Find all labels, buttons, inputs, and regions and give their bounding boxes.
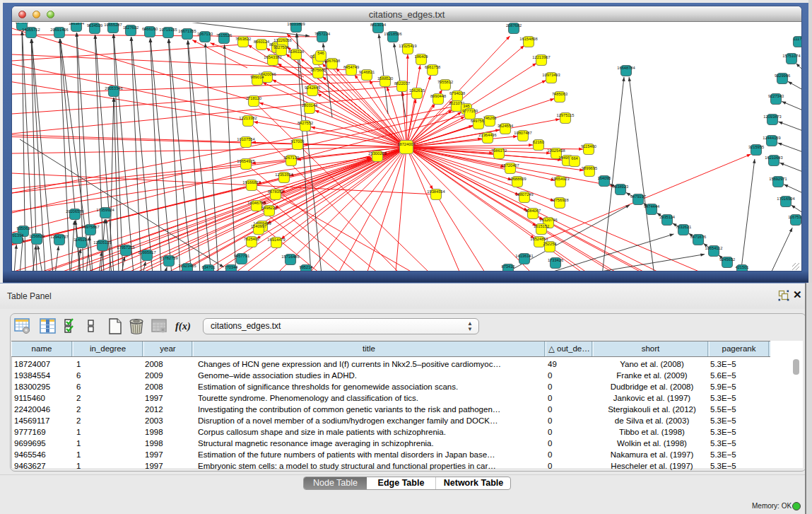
svg-text:16120746: 16120746 bbox=[539, 218, 557, 222]
svg-text:16524851: 16524851 bbox=[530, 237, 548, 241]
svg-text:1167537: 1167537 bbox=[788, 215, 801, 219]
svg-text:7625402: 7625402 bbox=[244, 237, 259, 241]
svg-text:12353594: 12353594 bbox=[275, 173, 293, 177]
svg-text:11170: 11170 bbox=[794, 37, 801, 41]
svg-text:345: 345 bbox=[463, 104, 470, 108]
svg-text:25300203: 25300203 bbox=[368, 151, 386, 156]
svg-text:746266: 746266 bbox=[483, 116, 497, 120]
svg-text:10719155: 10719155 bbox=[159, 28, 177, 32]
svg-text:8454749: 8454749 bbox=[343, 65, 359, 69]
svg-text:391394: 391394 bbox=[12, 233, 23, 238]
svg-text:20691406: 20691406 bbox=[50, 28, 68, 32]
svg-text:9084067: 9084067 bbox=[525, 209, 541, 213]
svg-text:17359924: 17359924 bbox=[96, 208, 114, 212]
svg-text:9634509: 9634509 bbox=[87, 23, 102, 28]
svg-text:18724007: 18724007 bbox=[397, 142, 415, 146]
svg-text:16210643: 16210643 bbox=[765, 156, 782, 160]
svg-text:8938923: 8938923 bbox=[613, 185, 628, 189]
svg-text:2935114: 2935114 bbox=[659, 215, 675, 219]
svg-text:1588520: 1588520 bbox=[377, 76, 393, 81]
svg-text:16543382: 16543382 bbox=[264, 55, 281, 59]
svg-text:21364436: 21364436 bbox=[478, 133, 496, 137]
svg-text:2718120: 2718120 bbox=[246, 96, 261, 100]
svg-text:2367608: 2367608 bbox=[324, 59, 340, 63]
svg-text:9245652: 9245652 bbox=[719, 257, 735, 262]
svg-text:1863874: 1863874 bbox=[69, 23, 84, 25]
svg-text:6794028: 6794028 bbox=[449, 91, 465, 95]
svg-text:19654923: 19654923 bbox=[551, 177, 569, 181]
svg-text:917006: 917006 bbox=[291, 139, 305, 144]
svg-text:104394: 104394 bbox=[16, 23, 29, 24]
svg-text:3624554: 3624554 bbox=[498, 124, 513, 128]
svg-text:12923465: 12923465 bbox=[178, 264, 196, 268]
svg-text:9329966: 9329966 bbox=[775, 74, 790, 78]
svg-text:7857224: 7857224 bbox=[314, 32, 330, 36]
svg-text:15751074: 15751074 bbox=[782, 54, 800, 58]
svg-text:17016504: 17016504 bbox=[777, 197, 794, 201]
svg-text:1615152: 1615152 bbox=[534, 224, 549, 228]
svg-text:995214: 995214 bbox=[300, 265, 313, 269]
svg-text:12213967: 12213967 bbox=[532, 55, 550, 59]
svg-text:10654112: 10654112 bbox=[705, 246, 723, 250]
svg-text:16671355: 16671355 bbox=[178, 29, 196, 33]
svg-text:6466160: 6466160 bbox=[142, 27, 158, 31]
svg-text:1156829: 1156829 bbox=[29, 234, 45, 238]
svg-text:10807487: 10807487 bbox=[514, 131, 531, 135]
svg-text:16046788: 16046788 bbox=[247, 201, 265, 205]
svg-text:10688609: 10688609 bbox=[508, 177, 526, 181]
svg-text:3267130: 3267130 bbox=[283, 156, 299, 160]
svg-text:15716485: 15716485 bbox=[281, 255, 299, 259]
svg-text:7663822: 7663822 bbox=[235, 37, 251, 41]
svg-text:7632621: 7632621 bbox=[676, 225, 691, 229]
svg-text:6479197: 6479197 bbox=[630, 194, 646, 199]
svg-text:16648784: 16648784 bbox=[617, 66, 635, 70]
svg-text:9777169: 9777169 bbox=[462, 109, 478, 113]
svg-text:834701: 834701 bbox=[202, 265, 216, 269]
svg-text:8990448: 8990448 bbox=[430, 94, 446, 98]
svg-text:2803144: 2803144 bbox=[302, 103, 317, 107]
svg-text:8660124: 8660124 bbox=[254, 40, 269, 44]
svg-text:546: 546 bbox=[317, 51, 324, 55]
svg-text:99975867: 99975867 bbox=[81, 225, 99, 229]
svg-text:7986372: 7986372 bbox=[491, 148, 507, 153]
svg-text:19218506: 19218506 bbox=[384, 32, 401, 36]
svg-text:20053346: 20053346 bbox=[105, 86, 122, 90]
svg-text:15720407: 15720407 bbox=[501, 163, 519, 168]
svg-text:9327506: 9327506 bbox=[273, 45, 289, 49]
svg-text:10654925: 10654925 bbox=[237, 159, 254, 163]
svg-text:13325419: 13325419 bbox=[399, 44, 416, 48]
svg-text:17957255: 17957255 bbox=[117, 245, 134, 250]
svg-text:770344: 770344 bbox=[225, 265, 238, 269]
svg-text:6961758: 6961758 bbox=[425, 65, 440, 69]
svg-text:9457791: 9457791 bbox=[234, 254, 249, 258]
svg-text:18807249: 18807249 bbox=[515, 192, 533, 197]
svg-text:12942737: 12942737 bbox=[50, 235, 68, 239]
svg-text:1145194: 1145194 bbox=[73, 238, 89, 242]
svg-text:164095: 164095 bbox=[598, 176, 611, 180]
svg-text:16782759: 16782759 bbox=[160, 256, 177, 260]
svg-text:12093873: 12093873 bbox=[763, 115, 781, 119]
svg-text:989014: 989014 bbox=[251, 75, 264, 79]
svg-text:252254: 252254 bbox=[543, 242, 557, 246]
svg-text:10025438: 10025438 bbox=[547, 148, 565, 153]
svg-text:9115460: 9115460 bbox=[581, 144, 596, 148]
svg-text:1362615: 1362615 bbox=[409, 88, 425, 93]
svg-text:7955812: 7955812 bbox=[437, 80, 453, 84]
svg-text:8427552: 8427552 bbox=[298, 121, 313, 125]
svg-text:2087682: 2087682 bbox=[506, 23, 522, 28]
svg-text:5498222: 5498222 bbox=[261, 206, 277, 210]
svg-text:8471676: 8471676 bbox=[690, 235, 706, 239]
svg-text:873410: 873410 bbox=[502, 264, 515, 269]
svg-text:9227343: 9227343 bbox=[768, 94, 784, 98]
svg-text:935061: 935061 bbox=[17, 226, 30, 230]
svg-text:10655287: 10655287 bbox=[104, 23, 122, 27]
svg-text:12505135: 12505135 bbox=[93, 240, 111, 245]
svg-text:1733426: 1733426 bbox=[548, 258, 563, 262]
svg-text:8813014: 8813014 bbox=[370, 23, 386, 27]
svg-text:12213382: 12213382 bbox=[239, 116, 257, 120]
svg-text:9899695: 9899695 bbox=[582, 166, 597, 170]
svg-text:10756928: 10756928 bbox=[551, 198, 568, 202]
svg-text:3215955: 3215955 bbox=[748, 145, 764, 149]
svg-text:3875685: 3875685 bbox=[310, 68, 326, 72]
svg-text:10973493: 10973493 bbox=[542, 73, 560, 77]
